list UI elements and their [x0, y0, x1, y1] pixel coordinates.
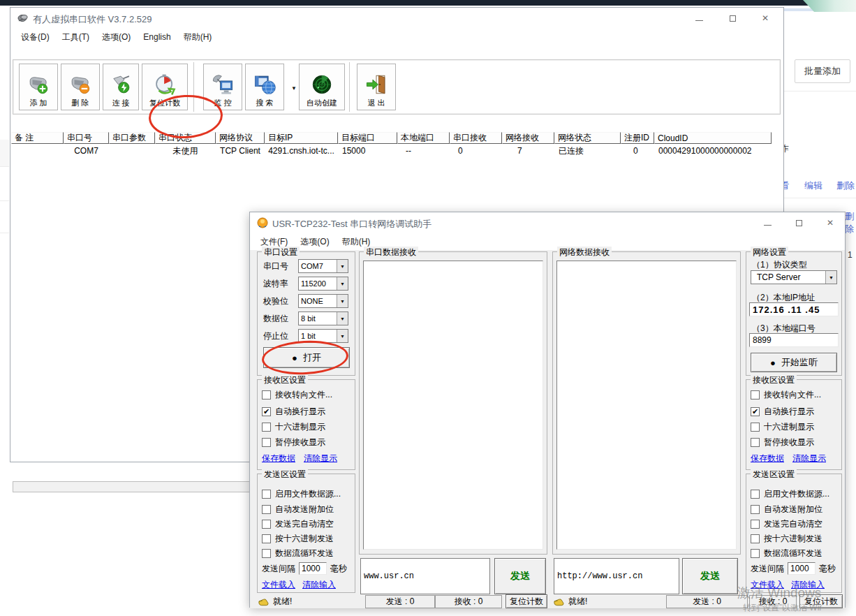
hex-display-checkbox[interactable]: 十六进制显示 — [751, 421, 814, 433]
clear-input-link[interactable]: 清除输入 — [302, 579, 336, 591]
column-header[interactable]: 网络状态 — [554, 132, 621, 144]
protocol-type-select[interactable]: TCP Server ▼ — [751, 270, 837, 284]
network-reset-counter-button[interactable]: 复位计数 — [799, 594, 843, 608]
serial-reset-counter-button[interactable]: 复位计数 — [506, 594, 547, 608]
pause-recv-checkbox[interactable]: 暂停接收显示 — [751, 437, 814, 448]
load-file-link[interactable]: 文件载入 — [262, 579, 295, 591]
clear-display-link[interactable]: 清除显示 — [792, 453, 826, 464]
checkbox-icon — [262, 534, 271, 543]
open-port-button[interactable]: ● 打开 — [263, 347, 350, 368]
column-header[interactable]: 本地端口 — [397, 132, 450, 144]
start-listen-button[interactable]: ● 开始监听 — [751, 353, 837, 372]
auto-linefeed-checkbox[interactable]: 自动换行显示 — [751, 406, 814, 418]
edit-link[interactable]: 编辑 — [804, 179, 822, 192]
column-header[interactable]: 串口参数 — [109, 132, 155, 144]
hex-display-checkbox[interactable]: 十六进制显示 — [262, 421, 325, 433]
checkbox-icon — [262, 505, 271, 514]
auto-create-button[interactable]: 自动创建 — [299, 64, 345, 110]
column-header[interactable]: 网络协议 — [216, 132, 265, 144]
network-settings-group: 网络设置 （1）协议类型 TCP Server ▼ （2）本地IP地址 172.… — [746, 251, 842, 376]
pause-recv-checkbox[interactable]: 暂停接收显示 — [262, 437, 325, 448]
add-button[interactable]: 添 加 — [19, 64, 58, 110]
serial-recv-textarea[interactable] — [363, 261, 543, 550]
checkbox-label: 接收转向文件... — [275, 389, 332, 401]
search-dropdown-arrow[interactable]: ▼ — [291, 85, 297, 91]
auto-append-checkbox[interactable]: 自动发送附加位 — [262, 504, 334, 515]
parity-value: NONE — [299, 297, 337, 305]
loop-send-checkbox[interactable]: 数据流循环发送 — [262, 548, 334, 559]
column-header[interactable]: 串口号 — [64, 132, 109, 144]
close-button[interactable]: ✕ — [820, 215, 841, 230]
vcom-table-row[interactable]: COM7 未使用 TCP Client 4291.cnsh.iot-tc... … — [11, 145, 772, 156]
delete-button[interactable]: 删 除 — [61, 64, 100, 110]
delete-link-partial[interactable]: 删除 — [845, 210, 856, 235]
group-title: 发送区设置 — [751, 469, 797, 481]
clear-after-send-checkbox[interactable]: 发送完自动清空 — [751, 518, 822, 530]
loop-send-checkbox[interactable]: 数据流循环发送 — [751, 548, 822, 559]
recv-to-file-checkbox[interactable]: 接收转向文件... — [262, 389, 332, 401]
local-port-input[interactable] — [749, 333, 839, 347]
load-file-link[interactable]: 文件载入 — [751, 579, 784, 591]
network-send-input[interactable] — [554, 558, 679, 594]
minimize-button[interactable] — [688, 10, 709, 26]
toolbar-label: 连 接 — [112, 98, 129, 108]
checkbox-label: 按十六进制发送 — [275, 533, 334, 545]
maximize-button[interactable] — [722, 10, 743, 26]
data-bits-select[interactable]: 8 bit ▼ — [298, 311, 348, 325]
file-data-source-checkbox[interactable]: 启用文件数据源... — [751, 488, 829, 500]
clear-after-send-checkbox[interactable]: 发送完自动清空 — [262, 518, 334, 530]
network-send-button[interactable]: 发送 — [682, 558, 738, 594]
clear-display-link[interactable]: 清除显示 — [304, 453, 337, 464]
send-interval-input[interactable] — [788, 562, 816, 575]
column-header[interactable]: CloudID — [654, 132, 772, 144]
exit-button[interactable]: 退 出 — [357, 64, 396, 110]
column-header[interactable]: 注册ID — [621, 132, 654, 144]
search-button[interactable]: 搜 索 — [245, 64, 284, 110]
stop-bits-select[interactable]: 1 bit ▼ — [298, 329, 348, 343]
parity-select[interactable]: NONE ▼ — [298, 294, 348, 308]
column-header[interactable]: 网络接收 — [502, 132, 554, 144]
column-header[interactable]: 备 注 — [11, 132, 64, 144]
cell-serial-status: 未使用 — [155, 145, 216, 156]
monitor-button[interactable]: 监 控 — [203, 64, 242, 110]
column-header[interactable]: 目标端口 — [338, 132, 397, 144]
hex-send-checkbox[interactable]: 按十六进制发送 — [262, 533, 334, 545]
send-interval-input[interactable] — [299, 562, 327, 575]
checkbox-icon — [751, 490, 760, 499]
local-ip-input[interactable]: 172.16 .11 .45 — [749, 302, 839, 316]
maximize-button[interactable] — [788, 215, 809, 230]
delete-link[interactable]: 删除 — [836, 179, 855, 192]
hex-send-checkbox[interactable]: 按十六进制发送 — [751, 533, 822, 545]
menu-device[interactable]: 设备(D) — [15, 30, 56, 45]
baud-rate-select[interactable]: 115200 ▼ — [298, 277, 348, 291]
save-data-link[interactable]: 保存数据 — [262, 453, 295, 464]
recv-to-file-checkbox[interactable]: 接收转向文件... — [751, 389, 821, 401]
auto-append-checkbox[interactable]: 自动发送附加位 — [751, 504, 822, 515]
column-header[interactable]: 串口状态 — [155, 132, 216, 144]
menu-tools[interactable]: 工具(T) — [56, 30, 96, 45]
file-data-source-checkbox[interactable]: 启用文件数据源... — [262, 488, 341, 500]
checkbox-label: 十六进制显示 — [275, 421, 325, 433]
cell-remark — [11, 145, 64, 156]
serial-send-input[interactable] — [360, 558, 490, 594]
connect-button[interactable]: 连 接 — [103, 64, 139, 110]
auto-linefeed-checkbox[interactable]: 自动换行显示 — [262, 406, 325, 418]
save-data-link[interactable]: 保存数据 — [751, 453, 784, 464]
menu-help[interactable]: 帮助(H) — [177, 30, 219, 45]
chevron-down-icon: ▼ — [337, 312, 348, 325]
com-port-select[interactable]: COM7 ▼ — [298, 259, 348, 273]
reset-counter-button[interactable]: 复位计数 — [142, 64, 188, 110]
column-header[interactable]: 串口接收 — [450, 132, 502, 144]
batch-add-button[interactable]: 批量添加 — [795, 59, 850, 83]
close-button[interactable]: ✕ — [755, 10, 776, 26]
minimize-button[interactable] — [757, 215, 778, 230]
menu-english[interactable]: English — [137, 31, 177, 43]
cell-com-port: COM7 — [64, 145, 109, 156]
column-header[interactable]: 目标IP — [265, 132, 338, 144]
menu-options[interactable]: 选项(O) — [294, 235, 335, 249]
menu-options[interactable]: 选项(O) — [96, 30, 137, 45]
group-title: 接收区设置 — [751, 374, 797, 386]
serial-send-button[interactable]: 发送 — [494, 558, 546, 594]
network-recv-textarea[interactable] — [556, 261, 737, 550]
clear-input-link[interactable]: 清除输入 — [791, 579, 825, 591]
